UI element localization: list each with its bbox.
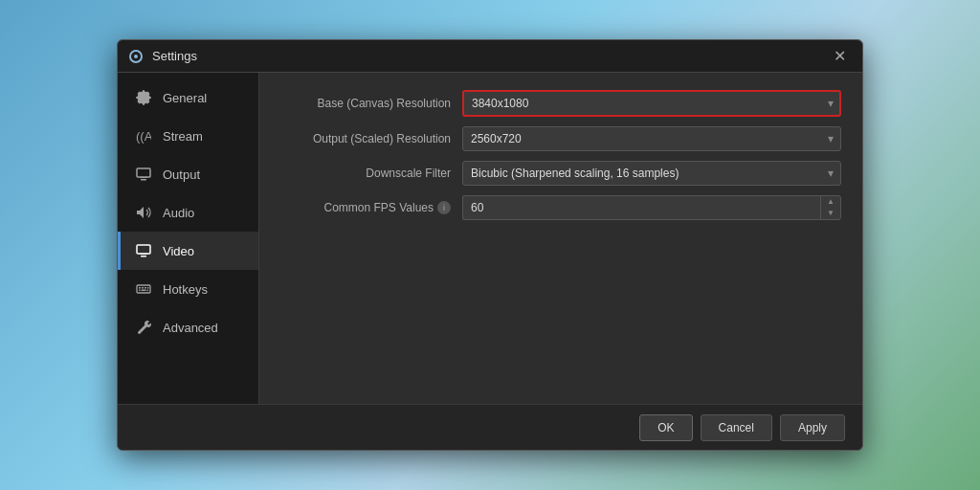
svg-rect-10 [139,287,141,289]
base-resolution-label: Base (Canvas) Resolution [280,97,462,110]
sidebar-item-audio[interactable]: Audio [118,193,258,232]
svg-rect-11 [142,287,144,289]
sidebar-advanced-label: Advanced [163,321,218,335]
fps-down-arrow[interactable]: ▼ [821,208,840,219]
sidebar-item-video[interactable]: Video [118,232,258,270]
fps-info-icon[interactable]: i [437,201,451,214]
svg-rect-12 [145,287,146,289]
svg-text:((A)): ((A)) [136,129,151,144]
output-resolution-label: Output (Scaled) Resolution [280,132,462,145]
svg-rect-7 [141,256,146,257]
fps-up-arrow[interactable]: ▲ [821,196,840,208]
output-icon [134,165,153,184]
fps-input[interactable] [462,195,820,220]
output-resolution-wrapper: 2560x720 [462,126,841,151]
svg-rect-4 [141,179,146,181]
output-resolution-select[interactable]: 2560x720 [462,126,841,151]
close-button[interactable]: ✕ [826,47,853,66]
base-resolution-row: Base (Canvas) Resolution 3840x1080 [280,90,841,117]
downscale-filter-row: Downscale Filter Bicubic (Sharpened scal… [280,161,841,186]
svg-rect-6 [137,245,150,254]
monitor-icon [134,241,153,260]
svg-rect-15 [142,290,146,292]
ok-button[interactable]: OK [639,414,692,441]
fps-arrows: ▲ ▼ [820,195,841,220]
output-resolution-row: Output (Scaled) Resolution 2560x720 [280,126,841,151]
base-resolution-wrapper: 3840x1080 [462,90,841,117]
dialog-content: General ((A)) Stream Ou [118,73,862,404]
svg-rect-9 [137,285,150,293]
app-icon [127,48,145,65]
base-resolution-select[interactable]: 3840x1080 [462,90,841,117]
speaker-icon [134,203,153,222]
dialog-footer: OK Cancel Apply [118,404,862,450]
keyboard-icon [134,279,153,299]
downscale-filter-select[interactable]: Bicubic (Sharpened scaling, 16 samples) [462,161,841,186]
main-panel: Base (Canvas) Resolution 3840x1080 Outpu… [259,73,862,404]
sidebar-item-output[interactable]: Output [118,155,258,193]
svg-rect-8 [140,254,147,255]
fps-spinner-wrapper: ▲ ▼ [462,195,841,220]
svg-rect-14 [139,290,141,292]
titlebar: Settings ✕ [118,40,862,73]
svg-rect-5 [140,177,147,178]
sidebar-item-hotkeys[interactable]: Hotkeys [118,270,258,308]
fps-row: Common FPS Values i ▲ ▼ [280,195,841,220]
fps-control: ▲ ▼ [462,195,841,220]
sidebar-video-label: Video [163,244,194,258]
sidebar-item-general[interactable]: General [118,78,258,117]
base-resolution-control: 3840x1080 [462,90,841,117]
svg-point-1 [134,55,138,58]
wrench-icon [134,318,153,337]
gear-icon [134,88,153,107]
sidebar-audio-label: Audio [163,206,194,220]
sidebar-hotkeys-label: Hotkeys [163,282,208,297]
sidebar-stream-label: Stream [163,129,203,144]
dialog-title: Settings [152,49,826,63]
svg-rect-16 [147,290,149,292]
sidebar-item-stream[interactable]: ((A)) Stream [118,117,258,155]
sidebar-output-label: Output [163,167,200,182]
apply-button[interactable]: Apply [780,414,845,441]
downscale-filter-control: Bicubic (Sharpened scaling, 16 samples) [462,161,841,186]
downscale-filter-label: Downscale Filter [280,167,462,180]
sidebar-general-label: General [163,91,207,105]
output-resolution-control: 2560x720 [462,126,841,151]
sidebar-item-advanced[interactable]: Advanced [118,308,258,346]
svg-rect-3 [137,168,150,177]
fps-label-wrapper: Common FPS Values i [280,201,462,214]
downscale-filter-wrapper: Bicubic (Sharpened scaling, 16 samples) [462,161,841,186]
wifi-icon: ((A)) [134,126,153,145]
fps-label: Common FPS Values [324,201,434,214]
svg-rect-13 [147,287,149,289]
settings-dialog: Settings ✕ General ((A)) [117,39,863,451]
sidebar: General ((A)) Stream Ou [118,73,259,404]
cancel-button[interactable]: Cancel [701,414,772,441]
